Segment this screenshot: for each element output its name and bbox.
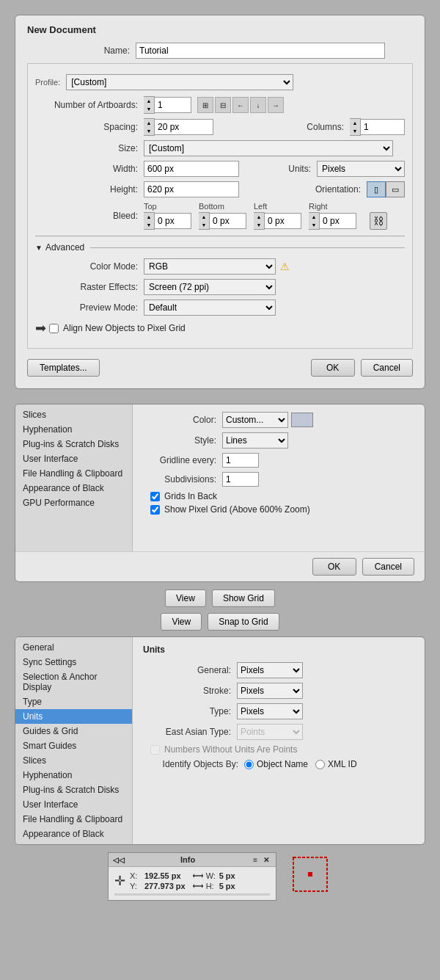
profile-divider: Profile: [Custom] Print Web: [35, 74, 405, 90]
bleed-right-down[interactable]: ▼: [309, 221, 319, 229]
units-sidebar-units[interactable]: Units: [15, 709, 132, 724]
artboards-up[interactable]: ▲: [144, 97, 154, 105]
color-mode-select[interactable]: RGB CMYK: [144, 258, 276, 275]
preview-mode-row: Preview Mode: Default Pixel Overprint: [35, 300, 405, 316]
link-bleed-btn[interactable]: ⛓: [370, 212, 387, 230]
units-xml-id-label: XML ID: [328, 759, 357, 769]
grid-color-select[interactable]: Custom... Light Gray: [222, 412, 288, 428]
units-sidebar-selection[interactable]: Selection & Anchor Display: [15, 669, 132, 694]
prefs-ok-button[interactable]: OK: [312, 558, 356, 576]
units-sidebar-ui[interactable]: User Interface: [15, 797, 132, 812]
size-select[interactable]: [Custom] Letter A4: [144, 140, 393, 156]
subdivisions-input[interactable]: [222, 472, 259, 487]
units-stroke-select[interactable]: Pixels Points: [237, 683, 303, 699]
units-sidebar-type[interactable]: Type: [15, 694, 132, 709]
artboard-left-icon[interactable]: ←: [232, 97, 249, 113]
bleed-bottom-down[interactable]: ▼: [199, 221, 209, 229]
sidebar-slices[interactable]: Slices: [15, 407, 132, 422]
spacing-up[interactable]: ▲: [144, 119, 154, 127]
name-input[interactable]: [136, 43, 385, 59]
sidebar-gpu[interactable]: GPU Performance: [15, 496, 132, 510]
bleed-top-input[interactable]: [155, 213, 191, 229]
view-button-2[interactable]: View: [161, 613, 202, 631]
units-object-name-radio[interactable]: [244, 760, 254, 769]
bleed-top-down[interactable]: ▼: [144, 221, 154, 229]
sidebar-plugins[interactable]: Plug-ins & Scratch Disks: [15, 437, 132, 451]
show-grid-button[interactable]: Show Grid: [212, 589, 275, 607]
grids-in-back-checkbox[interactable]: [150, 492, 160, 501]
sidebar-file-handling[interactable]: File Handling & Clipboard: [15, 466, 132, 481]
raster-effects-select[interactable]: Screen (72 ppi) Medium (150 ppi) High (3…: [144, 279, 276, 295]
units-sidebar-file[interactable]: File Handling & Clipboard: [15, 812, 132, 827]
bleed-left-down[interactable]: ▼: [254, 221, 264, 229]
size-label: Size:: [35, 143, 138, 153]
advanced-toggle[interactable]: ▼ Advanced: [35, 242, 405, 253]
bleed-right-spinner: ▲ ▼: [309, 212, 356, 230]
width-input[interactable]: [144, 161, 239, 177]
orientation-portrait-btn[interactable]: ▯: [367, 181, 386, 197]
info-panel-menu-icon[interactable]: ≡: [251, 856, 260, 864]
units-sidebar-hyphenation[interactable]: Hyphenation: [15, 768, 132, 783]
height-input[interactable]: [144, 181, 239, 197]
artboard-grid-icon[interactable]: ⊞: [197, 97, 213, 113]
units-type-select[interactable]: Pixels Points: [237, 703, 303, 719]
sidebar-hyphenation[interactable]: Hyphenation: [15, 422, 132, 437]
artboard-right-icon[interactable]: →: [268, 97, 284, 113]
columns-arrows[interactable]: ▲ ▼: [350, 118, 361, 136]
columns-up[interactable]: ▲: [350, 119, 360, 127]
bleed-bottom-item: Bottom ▲ ▼: [199, 202, 246, 230]
units-select[interactable]: Pixels Points Inches: [317, 161, 405, 177]
bleed-right-input[interactable]: [320, 213, 356, 229]
preview-mode-select[interactable]: Default Pixel Overprint: [144, 300, 276, 316]
info-panel-expand-icon[interactable]: ◁◁: [113, 856, 125, 864]
spacing-row: Spacing: ▲ ▼ Columns: ▲ ▼: [35, 118, 405, 136]
columns-down[interactable]: ▼: [350, 127, 360, 135]
units-sidebar-slices[interactable]: Slices: [15, 753, 132, 768]
svg-marker-1: [193, 874, 194, 878]
spacing-input[interactable]: [155, 119, 213, 135]
orientation-landscape-btn[interactable]: ▭: [386, 181, 405, 197]
info-h-value: 5 px: [219, 882, 235, 890]
view-button-1[interactable]: View: [165, 589, 206, 607]
columns-input[interactable]: [361, 119, 405, 135]
cancel-button[interactable]: Cancel: [361, 359, 413, 377]
bleed-bottom-spinner: ▲ ▼: [199, 212, 246, 230]
units-sidebar-plugins[interactable]: Plug-ins & Scratch Disks: [15, 783, 132, 797]
ok-button[interactable]: OK: [311, 359, 355, 377]
bleed-top-up[interactable]: ▲: [144, 213, 154, 221]
grid-style-select[interactable]: Lines Dots: [222, 432, 288, 449]
prefs-cancel-button[interactable]: Cancel: [362, 558, 414, 576]
spacing-down[interactable]: ▼: [144, 127, 154, 135]
bleed-bottom-up[interactable]: ▲: [199, 213, 209, 221]
sidebar-user-interface[interactable]: User Interface: [15, 451, 132, 466]
sidebar-appearance[interactable]: Appearance of Black: [15, 481, 132, 496]
gridline-input[interactable]: [222, 453, 259, 468]
units-general-select[interactable]: Pixels Points Inches: [237, 662, 303, 678]
artboard-down-icon[interactable]: ↓: [250, 97, 266, 113]
info-panel-close-icon[interactable]: ✕: [261, 856, 271, 864]
units-object-name-label: Object Name: [257, 759, 308, 769]
spacing-arrows[interactable]: ▲ ▼: [144, 118, 155, 136]
artboards-down[interactable]: ▼: [144, 105, 154, 113]
templates-button[interactable]: Templates...: [27, 359, 100, 377]
units-sidebar-appearance[interactable]: Appearance of Black: [15, 827, 132, 841]
align-checkbox[interactable]: [49, 324, 59, 333]
artboards-arrows[interactable]: ▲ ▼: [144, 96, 155, 114]
units-sidebar-general[interactable]: General: [15, 640, 132, 655]
bleed-left-input[interactable]: [265, 213, 301, 229]
profile-select[interactable]: [Custom] Print Web: [66, 74, 293, 90]
snap-to-grid-button[interactable]: Snap to Grid: [208, 613, 279, 631]
prefs-grid-sidebar: Slices Hyphenation Plug-ins & Scratch Di…: [15, 404, 133, 551]
bleed-right-up[interactable]: ▲: [309, 213, 319, 221]
units-type-row: Type: Pixels Points: [143, 703, 414, 719]
bleed-left-up[interactable]: ▲: [254, 213, 264, 221]
units-xml-id-radio[interactable]: [315, 760, 325, 769]
units-sidebar-sync[interactable]: Sync Settings: [15, 655, 132, 669]
artboard-arrange-icon[interactable]: ⊟: [215, 97, 231, 113]
units-sidebar-guides[interactable]: Guides & Grid: [15, 724, 132, 738]
bleed-bottom-input[interactable]: [210, 213, 246, 229]
artboards-input[interactable]: [155, 97, 191, 113]
show-pixel-grid-checkbox[interactable]: [150, 505, 160, 515]
prefs-grid-dialog: Slices Hyphenation Plug-ins & Scratch Di…: [15, 404, 425, 582]
units-sidebar-smart-guides[interactable]: Smart Guides: [15, 738, 132, 753]
